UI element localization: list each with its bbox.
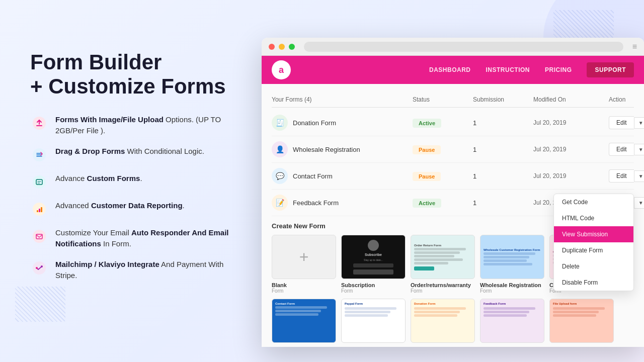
template-label-paypal: Paypal Form	[341, 346, 406, 347]
modified-date-donation: Jul 20, 2019	[533, 119, 609, 126]
template-thumb-file-upload: File Upload form	[549, 299, 614, 343]
svg-point-13	[41, 265, 43, 267]
template-label-contact: Contact Form	[272, 346, 336, 347]
edit-button-contact[interactable]: Edit	[609, 169, 634, 183]
browser-minimize-btn[interactable]	[279, 44, 285, 50]
template-label-wholesale: Wholesale Registration	[480, 282, 544, 288]
col-submission: Submission	[473, 96, 533, 103]
email-icon	[30, 227, 48, 245]
left-panel: Form Builder + Customize Forms Forms Wit…	[30, 50, 247, 282]
template-thumb-blank: +	[272, 235, 336, 279]
col-modified: Modified On	[533, 96, 609, 103]
template-thumb-donation: Donation Form	[411, 299, 475, 343]
template-sublabel-subscription: Form	[341, 288, 406, 294]
dropdown-disable-form[interactable]: Disable Form	[554, 275, 633, 291]
template-order[interactable]: Order Return Form Order/returns/warranty…	[411, 235, 475, 294]
svg-point-12	[36, 267, 38, 269]
browser-menu-icon[interactable]: ≡	[632, 42, 637, 51]
template-sublabel-order: Form	[411, 288, 475, 294]
form-name-cell: 💬 Contact Form	[272, 168, 413, 184]
browser-window: ≡ a DASHBOARD INSTRUCTION PRICING SUPPOR…	[262, 38, 644, 347]
template-wholesale[interactable]: Wholesale Customer Registration Form Who…	[480, 235, 544, 294]
browser-maximize-btn[interactable]	[289, 44, 295, 50]
main-title: Form Builder + Customize Forms	[30, 50, 247, 99]
svg-rect-6	[37, 210, 38, 212]
table-row: 👤 Wholesale Registration Pause 1 Jul 20,…	[272, 136, 634, 163]
template-label-feedback: Feedback Form	[480, 346, 544, 347]
action-cell-wholesale: Edit ▼	[609, 143, 644, 156]
edit-dropdown-contact[interactable]: ▼	[634, 170, 644, 182]
form-name-cell: 🧾 Donation Form	[272, 115, 413, 131]
custom-forms-icon	[30, 173, 48, 191]
status-badge-active: Active	[413, 119, 441, 128]
nav-dashboard[interactable]: DASHBOARD	[429, 66, 471, 73]
status-badge-pause: Pause	[413, 145, 441, 154]
template-contact[interactable]: Contact Form Contact Form Form	[272, 299, 336, 347]
submission-count-contact: 1	[473, 172, 533, 180]
edit-dropdown-wholesale[interactable]: ▼	[634, 144, 644, 155]
feature-mailchimp: Mailchimp / Klaviyo Integrate And Paymen…	[30, 259, 247, 282]
form-icon-wholesale: 👤	[272, 141, 288, 157]
table-row: 🧾 Donation Form Active 1 Jul 20, 2019 Ed…	[272, 110, 634, 136]
template-donation[interactable]: Donation Form Donation Form Form	[411, 299, 475, 347]
template-label-blank: Blank	[272, 282, 336, 288]
edit-button-wholesale[interactable]: Edit	[609, 143, 634, 156]
template-blank[interactable]: + Blank Form	[272, 235, 336, 294]
form-name-wholesale: Wholesale Registration	[293, 146, 360, 153]
nav-support[interactable]: SUPPORT	[587, 62, 634, 77]
browser-close-btn[interactable]	[269, 44, 275, 50]
svg-point-11	[33, 261, 46, 275]
svg-rect-8	[41, 207, 42, 212]
modified-date-contact: Jul 20, 2019	[533, 172, 609, 179]
feature-upload: Forms With Image/File Upload Options. (U…	[30, 114, 247, 137]
nav-instruction[interactable]: INSTRUCTION	[486, 66, 530, 73]
template-sublabel-wholesale: Form	[480, 288, 544, 294]
edit-dropdown-feedback[interactable]: ▼	[634, 197, 644, 209]
form-status-donation: Active	[413, 118, 473, 128]
template-label-file-upload: File Upload Form	[549, 346, 614, 347]
template-label-donation: Donation Form	[411, 346, 475, 347]
form-status-wholesale: Pause	[413, 145, 473, 154]
submission-count-donation: 1	[473, 119, 533, 127]
template-sublabel-blank: Form	[272, 288, 336, 294]
feature-reporting: Advanced Customer Data Reporting.	[30, 200, 247, 218]
modified-date-wholesale: Jul 20, 2019	[533, 146, 609, 153]
dropdown-html-code[interactable]: HTML Code	[554, 210, 633, 226]
feature-drag: Drag & Drop Forms With Conditional Logic…	[30, 146, 247, 164]
dropdown-view-submission[interactable]: View Submission	[554, 226, 633, 242]
edit-button-donation[interactable]: Edit	[609, 116, 634, 129]
dropdown-get-code[interactable]: Get Code	[554, 194, 633, 210]
submission-count-feedback: 1	[473, 199, 533, 207]
submission-count-wholesale: 1	[473, 146, 533, 153]
dropdown-duplicate-form[interactable]: Duplicate Form	[554, 242, 633, 258]
template-thumb-feedback: Feedback Form	[480, 299, 544, 343]
template-file-upload[interactable]: File Upload form File Upload Form Form	[549, 299, 614, 347]
edit-btn-group: Edit ▼	[609, 116, 644, 129]
svg-point-9	[33, 230, 46, 243]
svg-rect-7	[39, 209, 40, 212]
template-subscription[interactable]: Subscribe Stay up to date... Subscriptio…	[341, 235, 406, 294]
template-paypal[interactable]: Paypal Form Paypal Form Form	[341, 299, 406, 347]
template-label-subscription: Subscription	[341, 282, 406, 288]
template-thumb-wholesale: Wholesale Customer Registration Form	[480, 235, 544, 279]
action-cell-donation: Edit ▼	[609, 116, 644, 129]
template-feedback[interactable]: Feedback Form Feedback Form Form	[480, 299, 544, 347]
dropdown-delete[interactable]: Delete	[554, 258, 633, 275]
edit-dropdown-donation[interactable]: ▼	[634, 117, 644, 129]
nav-pricing[interactable]: PRICING	[545, 66, 572, 73]
bg-lines-bottom	[15, 287, 65, 322]
features-list: Forms With Image/File Upload Options. (U…	[30, 114, 247, 282]
col-status: Status	[413, 96, 473, 103]
nav-links: DASHBOARD INSTRUCTION PRICING SUPPORT	[429, 62, 634, 77]
mailchimp-icon	[30, 259, 48, 277]
svg-point-3	[33, 175, 46, 189]
browser-url-bar[interactable]	[304, 42, 623, 52]
col-action: Action	[609, 96, 634, 103]
form-status-feedback: Active	[413, 198, 473, 208]
status-badge-pause-contact: Pause	[413, 172, 441, 181]
action-cell-contact: Edit ▼	[609, 169, 644, 183]
form-icon-feedback: 📝	[272, 195, 288, 211]
col-name: Your Forms (4)	[272, 96, 413, 103]
svg-rect-1	[36, 125, 42, 126]
form-status-contact: Pause	[413, 171, 473, 181]
